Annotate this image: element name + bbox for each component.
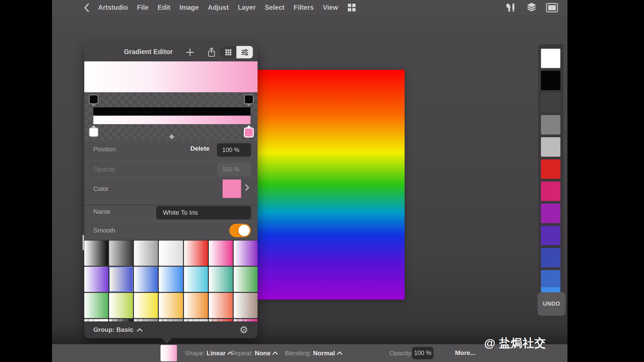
gradient-preset[interactable] xyxy=(184,267,208,292)
chevron-up-icon xyxy=(337,351,342,355)
gradient-preset[interactable] xyxy=(159,267,183,292)
menu-item-edit[interactable]: Edit xyxy=(157,4,170,11)
opacity-toolbar-input[interactable]: 100 % xyxy=(412,347,433,359)
canvas-artwork[interactable] xyxy=(258,70,405,300)
color-swatch[interactable] xyxy=(541,49,560,68)
midpoint-handle[interactable] xyxy=(169,134,175,140)
undo-button[interactable]: UNDO xyxy=(538,292,565,316)
group-selector[interactable]: Group: Basic xyxy=(93,326,143,333)
tools-icon[interactable] xyxy=(505,2,517,13)
gradient-preset[interactable] xyxy=(109,241,133,266)
section-divider xyxy=(84,205,258,205)
panel-header: Gradient Editor xyxy=(84,43,258,61)
scrollbar[interactable] xyxy=(83,235,84,250)
menu-item-select[interactable]: Select xyxy=(265,4,285,11)
repeat-dropdown[interactable]: Repeat: None xyxy=(231,344,278,362)
repeat-value: None xyxy=(255,350,271,357)
gear-icon[interactable]: ⚙ xyxy=(239,325,248,335)
color-swatch[interactable] xyxy=(541,93,560,112)
color-swatch[interactable] xyxy=(541,248,560,267)
opacity-stop-left[interactable] xyxy=(88,95,99,107)
watermark: @ 盐焗社交 xyxy=(484,335,546,351)
chevron-right-icon[interactable] xyxy=(245,184,249,193)
chevron-up-icon xyxy=(272,351,278,355)
gradient-preset[interactable] xyxy=(209,319,233,321)
position-input[interactable]: 100 % xyxy=(217,143,251,157)
name-label: Name xyxy=(93,208,110,215)
current-gradient-thumbnail[interactable] xyxy=(160,345,177,361)
position-label: Position xyxy=(93,146,116,153)
gradient-preset[interactable] xyxy=(84,293,108,318)
gradient-preset[interactable] xyxy=(134,241,158,266)
stop-color-swatch[interactable] xyxy=(223,179,241,198)
app-screen: Artstudio File Edit Image Adjust Layer S… xyxy=(0,0,644,362)
gradient-preset[interactable] xyxy=(134,293,158,318)
workspace-grid-icon[interactable] xyxy=(348,4,356,11)
gradient-preset[interactable] xyxy=(159,241,183,266)
delete-button[interactable]: Delete xyxy=(190,145,210,152)
gradient-preset[interactable] xyxy=(134,267,158,292)
gradient-name-input[interactable]: White To Iris xyxy=(156,206,251,219)
menu-item-adjust[interactable]: Adjust xyxy=(208,4,229,11)
group-label: Group: Basic xyxy=(93,326,133,333)
color-swatch[interactable] xyxy=(541,226,560,245)
shape-dropdown[interactable]: Shape: Linear xyxy=(185,344,233,362)
menu-item-view[interactable]: View xyxy=(323,4,338,11)
gradient-preset[interactable] xyxy=(209,293,233,318)
gradient-preset[interactable] xyxy=(109,267,133,292)
color-swatch[interactable] xyxy=(541,115,560,135)
gradient-preset[interactable] xyxy=(109,293,133,318)
menu-item-file[interactable]: File xyxy=(137,4,148,11)
gradient-preview[interactable] xyxy=(84,61,258,92)
color-stop-right[interactable] xyxy=(243,125,255,139)
menu-item-artstudio[interactable]: Artstudio xyxy=(98,4,128,11)
gradient-preset[interactable] xyxy=(159,319,183,321)
gradient-stops-editor xyxy=(84,92,258,141)
gradient-preset[interactable] xyxy=(209,241,233,266)
gradient-preset[interactable] xyxy=(134,319,158,321)
color-swatch[interactable] xyxy=(541,159,560,179)
gradient-preset[interactable] xyxy=(234,267,258,292)
gradient-preset[interactable] xyxy=(184,319,208,321)
add-gradient-button[interactable] xyxy=(184,46,196,58)
settings-view-icon[interactable] xyxy=(236,46,253,58)
gradient-preset[interactable] xyxy=(159,293,183,318)
opacity-bar[interactable] xyxy=(93,107,250,115)
menu-item-image[interactable]: Image xyxy=(179,4,199,11)
menu-item-layer[interactable]: Layer xyxy=(238,4,256,11)
layers-icon[interactable] xyxy=(525,2,538,13)
gradient-preset[interactable] xyxy=(234,293,258,318)
grid-view-icon[interactable] xyxy=(220,46,236,58)
menu-item-filters[interactable]: Filters xyxy=(293,4,314,11)
back-icon[interactable] xyxy=(83,3,90,12)
more-button[interactable]: More... xyxy=(455,349,475,357)
gradient-preset[interactable] xyxy=(84,241,108,266)
canvas-settings-icon[interactable] xyxy=(546,3,558,12)
color-swatch[interactable] xyxy=(541,204,560,223)
share-icon[interactable] xyxy=(205,46,218,59)
gradient-preset[interactable] xyxy=(184,293,208,318)
color-label: Color xyxy=(93,185,108,193)
color-swatch[interactable] xyxy=(541,182,560,201)
opacity-label: Opacity xyxy=(93,166,115,173)
opacity-stop-right[interactable] xyxy=(243,95,255,107)
gradient-preset[interactable] xyxy=(184,241,208,266)
divider xyxy=(93,161,258,161)
gradient-preset[interactable] xyxy=(209,267,233,292)
gradient-preset[interactable] xyxy=(109,319,133,321)
smooth-toggle[interactable] xyxy=(229,224,251,237)
gradient-preset[interactable] xyxy=(84,319,108,321)
gradient-preset[interactable] xyxy=(234,319,258,321)
gradient-preset[interactable] xyxy=(84,267,108,292)
color-swatch[interactable] xyxy=(541,71,560,90)
blending-dropdown[interactable]: Blending: Normal xyxy=(285,344,342,362)
color-swatch[interactable] xyxy=(541,137,560,157)
color-stop-left[interactable] xyxy=(88,125,99,139)
toggle-knob xyxy=(238,225,250,236)
shape-label: Shape: xyxy=(185,350,205,357)
panel-title: Gradient Editor xyxy=(124,48,173,56)
color-swatch[interactable] xyxy=(541,270,560,290)
color-bar[interactable] xyxy=(93,116,250,124)
gradient-preset[interactable] xyxy=(234,241,258,266)
color-swatch-strip xyxy=(538,44,563,293)
